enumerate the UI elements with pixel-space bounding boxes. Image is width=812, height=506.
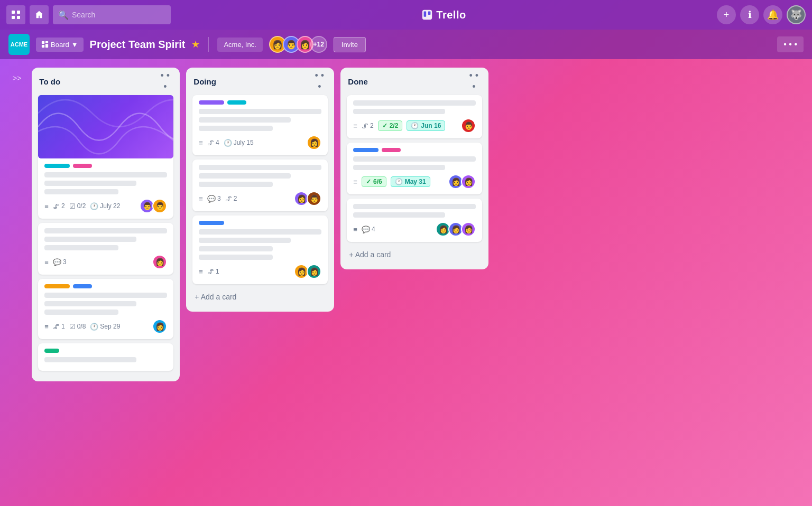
todo-list-title: To do — [39, 77, 60, 86]
card-labels — [199, 100, 321, 105]
clock-badge-icon: 🕐 — [411, 122, 419, 129]
doing-list-title: Doing — [193, 77, 216, 86]
card-member-avatars: 👨 — [461, 118, 476, 133]
member-avatar-2: 👨 — [307, 191, 321, 206]
search-icon: 🔍 — [58, 10, 69, 20]
list-doing: Doing • • • ≡ 🖇 4 🕐 J — [186, 68, 334, 312]
card-todo-2[interactable]: ≡ 💬 3 👩 — [38, 223, 173, 275]
label-blue — [199, 221, 224, 225]
board-view-button[interactable]: Board ▼ — [36, 38, 84, 52]
board-title: Project Team Spirit — [90, 39, 186, 51]
collapse-sidebar-button[interactable]: >> — [8, 72, 25, 85]
clock-icon: 🕐 — [90, 323, 98, 331]
member-avatar-2: 👩 — [461, 174, 476, 189]
card-meta: ≡ 🖇 2 ✓ 2/2 🕐 Jun 16 👨 — [353, 118, 476, 133]
card-text-line-1 — [44, 228, 167, 233]
card-todo-1[interactable]: ≡ 🖇 2 ☑ 0/2 🕐 July 22 👨 👨 — [38, 95, 173, 219]
card-meta: ≡ 💬 3 👩 — [44, 255, 167, 269]
card-text-line-2 — [199, 173, 291, 179]
attachment-number: 2 — [61, 202, 65, 210]
card-text-line-1 — [353, 204, 476, 209]
star-button[interactable]: ★ — [191, 39, 200, 50]
trello-logo: Trello — [421, 9, 466, 21]
card-member-avatars: 👩 👩 👩 — [436, 222, 476, 237]
home-button[interactable] — [30, 5, 49, 24]
due-badge-value: May 31 — [405, 178, 426, 185]
attachment-number: 2 — [370, 122, 374, 129]
card-done-2[interactable]: ≡ ✓ 6/6 🕐 May 31 👩 👩 — [347, 143, 482, 194]
checklist-badge: ✓ 6/6 — [362, 176, 386, 187]
comments-count: 💬 3 — [207, 195, 221, 203]
nav-right-actions: + ℹ 🔔 🐺 — [717, 5, 806, 24]
attachments-count: 🖇 1 — [207, 268, 219, 276]
member-avatar-2: 👩 — [307, 264, 321, 279]
checklist-icon: ☑ — [69, 202, 76, 210]
card-text-line-1 — [44, 172, 167, 177]
attachment-icon: 🖇 — [362, 122, 368, 130]
card-text-line-3 — [199, 246, 272, 251]
trello-name: Trello — [436, 9, 466, 21]
board-header: ACME Board ▼ Project Team Spirit ★ Acme,… — [0, 30, 812, 59]
desc-icon-wrap: ≡ — [199, 139, 203, 147]
doing-add-card-button[interactable]: + Add a card — [192, 288, 328, 305]
checklist-badge-value: 6/6 — [373, 178, 382, 185]
info-button[interactable]: ℹ — [740, 5, 759, 24]
svg-rect-3 — [17, 16, 20, 19]
clock-badge-icon: 🕐 — [395, 178, 403, 185]
search-input[interactable] — [53, 5, 171, 24]
more-options-button[interactable]: • • • — [777, 36, 804, 52]
card-cover-image — [38, 95, 173, 158]
card-meta: ≡ 💬 3 🖇 2 👩 👨 — [199, 191, 321, 206]
desc-icon-wrap: ≡ — [44, 258, 49, 266]
top-navigation: 🔍 Trello + ℹ 🔔 🐺 — [0, 0, 812, 30]
home-icon — [34, 10, 44, 20]
member-avatar-1: 👨 — [461, 118, 476, 133]
card-labels — [44, 349, 167, 353]
svg-rect-6 — [428, 12, 431, 15]
attachment-number: 2 — [234, 195, 237, 202]
todo-list-menu-button[interactable]: • • • — [158, 74, 172, 89]
card-text-line-2 — [353, 165, 445, 170]
grid-menu-button[interactable] — [6, 5, 25, 24]
card-labels — [353, 148, 476, 152]
card-todo-3[interactable]: ≡ 🖇 1 ☑ 0/8 🕐 Sep 29 👩 — [38, 279, 173, 339]
workspace-logo: ACME — [8, 34, 30, 55]
card-text-line-3 — [199, 182, 272, 187]
done-add-card-button[interactable]: + Add a card — [347, 246, 482, 263]
card-member-avatars: 👩 — [152, 319, 167, 334]
attachments-count: 🖇 1 — [53, 323, 65, 331]
svg-rect-8 — [45, 41, 48, 43]
notifications-button[interactable]: 🔔 — [763, 5, 782, 24]
add-button[interactable]: + — [717, 5, 736, 24]
card-text-line-3 — [44, 245, 118, 250]
attachments-count: 🖇 2 — [225, 195, 237, 203]
card-done-3[interactable]: ≡ 💬 4 👩 👩 👩 — [347, 199, 482, 242]
bell-icon: 🔔 — [767, 9, 779, 21]
due-date-value: July 15 — [234, 139, 254, 146]
attachments-count: 🖇 2 — [362, 122, 374, 130]
svg-rect-2 — [12, 16, 15, 19]
card-doing-1[interactable]: ≡ 🖇 4 🕐 July 15 👩 — [192, 95, 328, 155]
user-avatar-button[interactable]: 🐺 — [787, 5, 806, 24]
doing-list-menu-button[interactable]: • • • — [312, 74, 327, 89]
card-done-1[interactable]: ≡ 🖇 2 ✓ 2/2 🕐 Jun 16 👨 — [347, 95, 482, 138]
card-member-avatars: 👩 — [307, 135, 321, 150]
invite-button[interactable]: Invite — [334, 37, 366, 52]
card-text-line-2 — [44, 301, 136, 306]
card-doing-2[interactable]: ≡ 💬 3 🖇 2 👩 👨 — [192, 160, 328, 211]
avatar-overflow-count[interactable]: +12 — [310, 36, 327, 53]
desc-icon-wrap: ≡ — [44, 202, 49, 210]
workspace-button[interactable]: Acme, Inc. — [217, 38, 262, 52]
due-date-value: July 22 — [100, 202, 120, 210]
card-todo-4[interactable] — [38, 343, 173, 371]
card-meta: ≡ 🖇 1 ☑ 0/8 🕐 Sep 29 👩 — [44, 319, 167, 334]
due-badge-value: Jun 16 — [421, 122, 441, 129]
checklist-badge-value: 2/2 — [390, 122, 399, 129]
label-yellow — [44, 284, 70, 288]
card-meta: ≡ ✓ 6/6 🕐 May 31 👩 👩 — [353, 174, 476, 189]
svg-rect-10 — [45, 44, 48, 48]
done-list-menu-button[interactable]: • • • — [466, 74, 481, 89]
svg-rect-0 — [12, 11, 15, 14]
card-doing-3[interactable]: ≡ 🖇 1 👩 👩 — [192, 215, 328, 284]
card-text-line-1 — [199, 165, 321, 170]
